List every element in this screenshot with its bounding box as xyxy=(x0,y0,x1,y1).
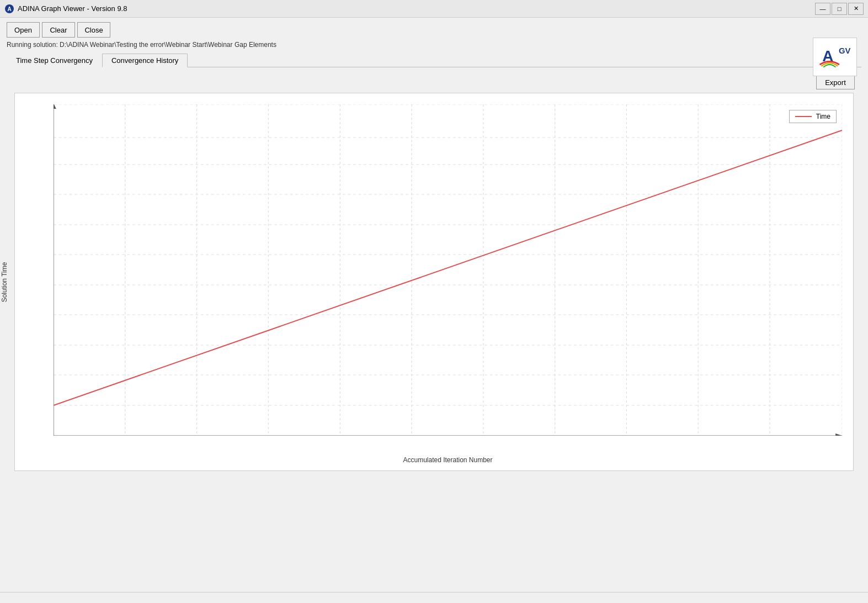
maximize-button[interactable]: □ xyxy=(832,3,847,15)
bottom-bar xyxy=(0,592,868,603)
clear-button[interactable]: Clear xyxy=(42,22,75,38)
chart-legend: Time xyxy=(789,110,837,123)
title-bar: A ADINA Graph Viewer - Version 9.8 — □ ✕ xyxy=(0,0,868,18)
close-button[interactable]: ✕ xyxy=(848,3,864,15)
chart-area: Export Solution Time Time xyxy=(7,67,861,471)
title-bar-title: ADINA Graph Viewer - Version 9.8 xyxy=(18,4,127,13)
running-path: D:\ADINA Webinar\Testing the error\Webin… xyxy=(60,41,276,49)
toolbar: Open Clear Close xyxy=(7,22,861,38)
y-axis-label: Solution Time xyxy=(1,262,8,302)
title-bar-left: A ADINA Graph Viewer - Version 9.8 xyxy=(4,4,127,14)
running-prefix: Running solution: xyxy=(7,41,60,49)
svg-text:A: A xyxy=(7,6,11,12)
toolbar-left: Open Clear Close xyxy=(7,22,110,38)
running-solution: Running solution: D:\ADINA Webinar\Testi… xyxy=(7,41,861,49)
open-button[interactable]: Open xyxy=(7,22,40,38)
svg-text:GV: GV xyxy=(839,46,851,55)
minimize-button[interactable]: — xyxy=(815,3,830,15)
logo-box: GV A xyxy=(813,38,857,76)
svg-marker-28 xyxy=(835,433,842,436)
chart-svg: 0.08 0.07 0.06 0.06 0.05 0.04 0.03 0.02 … xyxy=(54,104,842,436)
title-bar-controls: — □ ✕ xyxy=(815,3,864,15)
chart-container: Solution Time Time xyxy=(14,93,854,471)
logo-svg: GV A xyxy=(817,42,853,72)
tab-time-step[interactable]: Time Step Convergency xyxy=(7,54,102,67)
x-axis-label: Accumulated Iteration Number xyxy=(403,456,492,464)
app-icon: A xyxy=(4,4,14,14)
chart-inner: Time xyxy=(54,104,842,437)
export-button[interactable]: Export xyxy=(816,75,855,89)
close-app-button[interactable]: Close xyxy=(77,22,110,38)
app-body: Open Clear Close Running solution: D:\AD… xyxy=(0,18,868,483)
svg-marker-27 xyxy=(54,104,56,109)
tabs-bar: Time Step Convergency Convergence Histor… xyxy=(7,53,861,67)
tab-convergence-history[interactable]: Convergence History xyxy=(102,54,188,67)
legend-line-time xyxy=(795,116,812,117)
legend-label-time: Time xyxy=(816,113,830,120)
svg-line-26 xyxy=(54,130,842,405)
export-row: Export xyxy=(7,72,861,93)
